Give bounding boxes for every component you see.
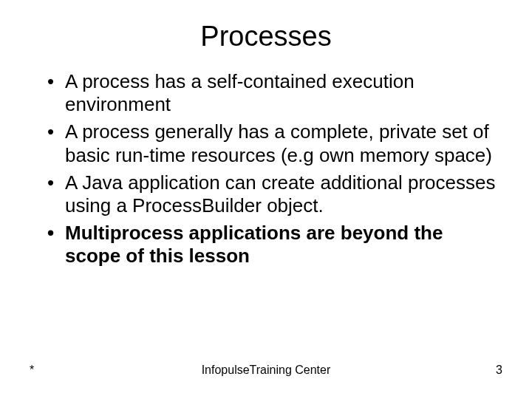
bullet-item: A process generally has a complete, priv… <box>44 120 502 166</box>
footer-center: InfopulseTraining Center <box>187 364 344 377</box>
bullet-item: Multiprocess applications are beyond the… <box>44 222 502 267</box>
slide: Processes A process has a self-contained… <box>0 0 532 399</box>
slide-content: A process has a self-contained execution… <box>30 70 502 268</box>
bullet-item: A Java application can create additional… <box>44 171 502 217</box>
slide-footer: * InfopulseTraining Center 3 <box>0 364 532 377</box>
footer-right: 3 <box>345 364 502 377</box>
bullet-item: A process has a self-contained execution… <box>44 70 502 116</box>
bullet-list: A process has a self-contained execution… <box>44 70 502 268</box>
footer-left: * <box>30 364 187 377</box>
slide-title: Processes <box>30 21 502 52</box>
